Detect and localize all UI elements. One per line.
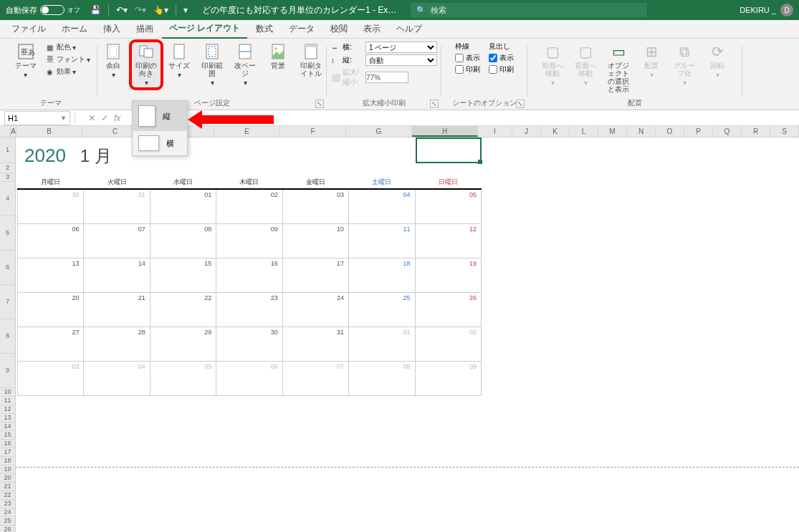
touch-icon[interactable]: 👆▾	[153, 5, 168, 15]
calendar-cell[interactable]: 25	[349, 292, 415, 327]
col-header-A[interactable]: A	[11, 126, 16, 137]
row-header-21[interactable]: 21	[0, 483, 16, 491]
row-header-1[interactable]: 1	[0, 137, 16, 163]
row-header-24[interactable]: 24	[0, 508, 16, 517]
search-box[interactable]: 🔍 検索	[411, 3, 647, 17]
calendar-cell[interactable]: 02	[216, 189, 282, 223]
enter-icon[interactable]: ✓	[101, 113, 108, 123]
tab-review[interactable]: 校閲	[323, 20, 355, 38]
calendar-cell[interactable]: 09	[415, 361, 481, 395]
margins-button[interactable]: 余白▾	[98, 42, 128, 80]
calendar-cell[interactable]: 15	[150, 258, 216, 292]
calendar-cell[interactable]: 29	[150, 327, 216, 361]
printtitles-button[interactable]: 印刷タイトル	[296, 42, 326, 79]
redo-icon[interactable]: ↷▾	[135, 5, 146, 15]
calendar-cell[interactable]: 01	[349, 327, 415, 361]
tab-home[interactable]: ホーム	[54, 20, 95, 38]
calendar-cell[interactable]: 23	[216, 292, 282, 327]
effects-button[interactable]: ◉効果▾	[44, 66, 92, 77]
calendar-cell[interactable]: 26	[415, 292, 481, 327]
calendar-cell[interactable]: 17	[282, 258, 348, 292]
calendar-cell[interactable]: 30	[18, 189, 84, 223]
qat-more-icon[interactable]: ▾	[183, 5, 188, 15]
tab-draw[interactable]: 描画	[129, 20, 161, 38]
col-header-O[interactable]: O	[656, 126, 684, 137]
row-header-25[interactable]: 25	[0, 517, 16, 526]
calendar-cell[interactable]: 05	[150, 361, 216, 395]
calendar-cell[interactable]: 13	[18, 258, 84, 292]
calendar-cell[interactable]: 10	[282, 223, 348, 258]
col-header-N[interactable]: N	[627, 126, 656, 137]
pagesetup-launcher[interactable]: ⤡	[315, 100, 324, 108]
col-header-B[interactable]: B	[16, 126, 82, 137]
calendar-cell[interactable]: 06	[216, 361, 282, 395]
col-header-I[interactable]: I	[478, 126, 512, 137]
save-icon[interactable]: 💾	[90, 5, 101, 15]
calendar-cell[interactable]: 24	[282, 292, 348, 327]
col-header-R[interactable]: R	[742, 126, 770, 137]
scale-width-select[interactable]: 1 ページ	[365, 42, 437, 53]
headings-print-check[interactable]: 印刷	[489, 64, 514, 74]
tab-insert[interactable]: 挿入	[96, 20, 128, 38]
user-account[interactable]: DEKIRU _ D	[740, 4, 793, 16]
col-header-G[interactable]: G	[346, 126, 412, 137]
fonts-button[interactable]: 亜フォント▾	[44, 54, 92, 65]
row-header-20[interactable]: 20	[0, 474, 16, 483]
col-header-F[interactable]: F	[280, 126, 346, 137]
col-header-Q[interactable]: Q	[713, 126, 742, 137]
calendar-cell[interactable]: 08	[349, 361, 415, 395]
calendar-cell[interactable]: 08	[150, 223, 216, 258]
background-button[interactable]: 背景	[263, 42, 293, 71]
size-button[interactable]: サイズ▾	[164, 42, 194, 80]
row-header-6[interactable]: 6	[0, 251, 16, 285]
col-header-S[interactable]: S	[770, 126, 799, 137]
row-header-7[interactable]: 7	[0, 285, 16, 319]
row-header-2[interactable]: 2	[0, 163, 16, 173]
col-header-P[interactable]: P	[684, 126, 713, 137]
calendar-cell[interactable]: 31	[282, 327, 348, 361]
bring-forward-button[interactable]: ▢前面へ移動▾	[537, 42, 568, 88]
calendar-cell[interactable]: 19	[415, 258, 481, 292]
row-header-10[interactable]: 10	[0, 388, 16, 397]
select-all-corner[interactable]	[0, 126, 11, 137]
selection-pane-button[interactable]: ▭オブジェクトの選択と表示	[603, 42, 633, 95]
row-header-16[interactable]: 16	[0, 440, 16, 448]
tab-file[interactable]: ファイル	[4, 20, 53, 38]
scale-height-select[interactable]: 自動	[365, 54, 437, 66]
row-header-5[interactable]: 5	[0, 216, 16, 251]
calendar-cell[interactable]: 20	[18, 292, 84, 327]
row-header-23[interactable]: 23	[0, 500, 16, 508]
row-header-26[interactable]: 26	[0, 526, 16, 532]
rotate-button[interactable]: ⟳回転▾	[702, 42, 732, 80]
group-button[interactable]: ⧉グループ化▾	[669, 42, 699, 88]
row-header-4[interactable]: 4	[0, 182, 16, 216]
gridlines-print-check[interactable]: 印刷	[455, 64, 480, 74]
send-back-button[interactable]: ▢背面へ移動▾	[570, 42, 601, 88]
col-header-M[interactable]: M	[598, 126, 627, 137]
cancel-icon[interactable]: ✕	[88, 113, 95, 123]
col-header-K[interactable]: K	[541, 126, 570, 137]
row-header-14[interactable]: 14	[0, 422, 16, 431]
orientation-button[interactable]: 印刷の向き▾	[131, 42, 161, 88]
orientation-landscape[interactable]: 横	[133, 131, 187, 155]
scale-launcher[interactable]: ⤡	[430, 100, 439, 108]
calendar-cell[interactable]: 31	[84, 189, 150, 223]
col-header-J[interactable]: J	[512, 126, 541, 137]
themes-button[interactable]: 亜あ テーマ▾	[11, 42, 41, 80]
orientation-portrait[interactable]: 縦	[133, 101, 187, 131]
calendar-cell[interactable]: 21	[84, 292, 150, 327]
calendar-cell[interactable]: 04	[349, 189, 415, 223]
breaks-button[interactable]: 改ページ▾	[230, 42, 260, 88]
row-header-13[interactable]: 13	[0, 414, 16, 422]
tab-help[interactable]: ヘルプ	[389, 20, 429, 38]
calendar-cell[interactable]: 11	[349, 223, 415, 258]
name-box[interactable]: H1 ▼	[4, 111, 70, 125]
calendar-cell[interactable]: 30	[216, 327, 282, 361]
row-header-22[interactable]: 22	[0, 491, 16, 500]
calendar-cell[interactable]: 22	[150, 292, 216, 327]
colors-button[interactable]: ▦配色▾	[44, 42, 92, 53]
calendar-cell[interactable]: 18	[349, 258, 415, 292]
scale-input[interactable]	[365, 72, 408, 83]
tab-pagelayout[interactable]: ページ レイアウト	[162, 19, 247, 39]
calendar-cell[interactable]: 07	[84, 223, 150, 258]
